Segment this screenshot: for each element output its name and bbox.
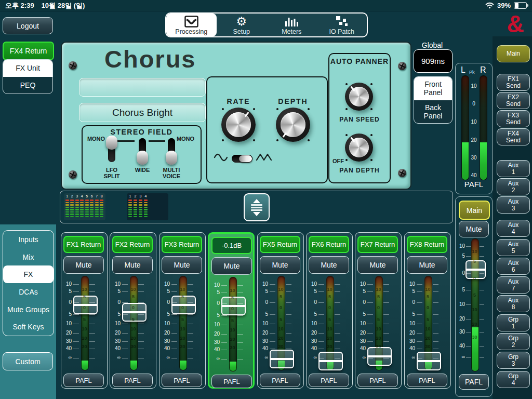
bank-tab-mix[interactable]: Mix xyxy=(3,248,54,266)
mix-select-aux-4[interactable]: Aux 4 xyxy=(497,220,530,237)
bank-tab-soft-keys[interactable]: Soft Keys xyxy=(3,318,54,336)
track-printed-value: 0 xyxy=(130,305,137,310)
pan-depth-knob[interactable] xyxy=(345,134,373,162)
bank-thumbnail-2[interactable]: 1234 xyxy=(127,193,168,220)
mix-select-aux-6[interactable]: Aux 6 xyxy=(497,258,530,275)
channel-mute-button[interactable]: Mute xyxy=(63,256,104,274)
scale-tick xyxy=(73,333,79,334)
channel-strip[interactable]: FX2 Return Mute PAFL 1050510203040∞10505… xyxy=(110,232,156,389)
mix-select-grp-2[interactable]: Grp 2 xyxy=(497,333,530,350)
channel-strip[interactable]: FX7 Return Mute PAFL 1050510203040∞10505… xyxy=(355,232,402,389)
lfo-shape-switch[interactable] xyxy=(232,155,252,163)
mix-select-aux-7[interactable]: Aux 7 xyxy=(497,276,530,294)
mix-select-aux-3[interactable]: Aux 3 xyxy=(497,196,530,214)
mix-select-main[interactable]: Main xyxy=(497,45,530,62)
channel-select-button[interactable]: FX5 Return xyxy=(260,236,300,253)
fx-preset-field[interactable]: Chorus Bright xyxy=(79,103,206,122)
channel-select-button[interactable]: FX1 Return xyxy=(63,236,104,253)
tab-processing[interactable]: Processing xyxy=(166,14,217,36)
mix-select-fx1-send[interactable]: FX1 Send xyxy=(497,74,530,91)
lfo-split-switch[interactable] xyxy=(105,136,118,165)
scale-tick xyxy=(270,349,275,349)
channel-pafl-button[interactable]: PAFL xyxy=(309,374,349,387)
channel-fader-cap[interactable] xyxy=(367,347,392,366)
tab-fx-unit[interactable]: FX Unit xyxy=(3,60,52,77)
wide-switch[interactable] xyxy=(136,136,149,165)
channel-select-button[interactable]: FX2 Return xyxy=(112,236,153,253)
tab-io-patch[interactable]: IO Patch xyxy=(317,14,367,36)
multi-voice-switch[interactable] xyxy=(165,136,178,165)
tab-meters[interactable]: Meters xyxy=(267,14,317,36)
channel-mute-button[interactable]: Mute xyxy=(112,256,153,274)
tab-peq[interactable]: PEQ xyxy=(3,77,52,94)
channel-pafl-button[interactable]: PAFL xyxy=(162,374,202,387)
depth-knob[interactable] xyxy=(276,108,310,142)
bank-tab-dcas[interactable]: DCAs xyxy=(3,283,54,301)
tab-front-panel[interactable]: Front Panel xyxy=(414,77,452,100)
track-printed-value: 0 xyxy=(471,276,478,281)
scale-tick xyxy=(367,333,373,334)
mix-select-fx4-send[interactable]: FX4 Send xyxy=(497,128,530,145)
channel-mute-button[interactable]: Mute xyxy=(260,256,300,274)
channel-strip[interactable]: FX1 Return Mute PAFL 1050510203040∞10505… xyxy=(61,232,108,389)
channel-strip[interactable]: -0.1dB Mute PAFL 1050510203040∞105051020… xyxy=(208,232,255,389)
channel-mute-button[interactable]: Mute xyxy=(407,256,447,274)
channel-mute-button[interactable]: Mute xyxy=(162,256,202,274)
divider xyxy=(117,140,135,142)
channel-fader-cap[interactable] xyxy=(417,352,441,370)
channel-strip[interactable]: FX6 Return Mute PAFL 1050510203040∞10505… xyxy=(306,232,353,389)
custom-layer-button[interactable]: Custom xyxy=(3,352,53,370)
scale-tick xyxy=(367,358,373,358)
channel-mute-button[interactable]: Mute xyxy=(309,256,349,274)
channel-select-button[interactable]: FX3 Return xyxy=(162,236,202,253)
bank-tab-mute-groups[interactable]: Mute Groups xyxy=(3,301,54,318)
channel-strip[interactable]: FX8 Return Mute PAFL 1050510203040∞10505… xyxy=(404,232,451,389)
channel-pafl-button[interactable]: PAFL xyxy=(407,374,447,387)
mix-select-aux-8[interactable]: Aux 8 xyxy=(497,295,530,312)
logout-button[interactable]: Logout xyxy=(3,17,53,34)
fx4-return-select-button[interactable]: FX4 Return xyxy=(3,42,54,60)
channel-pafl-button[interactable]: PAFL xyxy=(112,374,153,387)
scale-tick xyxy=(318,333,324,334)
global-tap-time-button[interactable]: 909ms xyxy=(414,49,453,73)
channel-select-button[interactable]: -0.1dB xyxy=(211,237,252,254)
lfo-shape-knob[interactable] xyxy=(239,155,252,162)
bank-scroll-handle[interactable] xyxy=(244,193,270,221)
mix-select-grp-3[interactable]: Grp 3 xyxy=(497,352,530,369)
fader-scale-label: 5 xyxy=(110,311,121,317)
track-printed-value: 30 xyxy=(375,344,382,349)
channel-select-button[interactable]: FX7 Return xyxy=(357,236,398,253)
wifi-icon xyxy=(485,2,494,9)
master-mute-button[interactable]: Mute xyxy=(459,221,489,237)
mix-select-fx2-send[interactable]: FX2 Send xyxy=(497,92,530,109)
bank-tab-inputs[interactable]: Inputs xyxy=(3,231,54,248)
channel-pafl-button[interactable]: PAFL xyxy=(211,375,252,388)
bank-tab-fx[interactable]: FX xyxy=(3,265,54,283)
channel-pafl-button[interactable]: PAFL xyxy=(357,374,398,387)
channel-select-button[interactable]: FX6 Return xyxy=(309,236,349,253)
pan-speed-knob[interactable] xyxy=(345,83,373,111)
channel-strip[interactable]: FX5 Return Mute PAFL 1050510203040∞10505… xyxy=(257,232,304,389)
mix-select-aux-2[interactable]: Aux 2 xyxy=(497,178,530,195)
bank-thumbnail-1[interactable]: 12345678 xyxy=(64,193,105,220)
scale-tick xyxy=(89,324,95,324)
channel-strip[interactable]: FX3 Return Mute PAFL 1050510203040∞10505… xyxy=(159,232,206,389)
channel-pafl-button[interactable]: PAFL xyxy=(63,374,104,387)
channel-pafl-button[interactable]: PAFL xyxy=(260,374,300,387)
channel-mute-button[interactable]: Mute xyxy=(357,256,398,274)
channel-fader-cap[interactable] xyxy=(270,350,294,368)
channel-fader-cap[interactable] xyxy=(318,352,343,370)
tab-back-panel[interactable]: Back Panel xyxy=(414,100,452,124)
mix-select-aux-5[interactable]: Aux 5 xyxy=(497,239,530,256)
mix-select-grp-4[interactable]: Grp 4 xyxy=(497,371,530,388)
channel-mute-button[interactable]: Mute xyxy=(211,257,252,275)
mix-select-grp-1[interactable]: Grp 1 xyxy=(497,314,530,331)
channel-select-button[interactable]: FX8 Return xyxy=(407,236,447,253)
master-pafl-button[interactable]: PAFL xyxy=(459,374,489,390)
master-select-button[interactable]: Main xyxy=(459,201,490,220)
tab-setup[interactable]: ⚙ Setup xyxy=(217,14,267,36)
rate-knob[interactable] xyxy=(221,108,256,142)
mix-select-fx3-send[interactable]: FX3 Send xyxy=(497,110,530,127)
fx-name-field[interactable] xyxy=(79,78,206,97)
mix-select-aux-1[interactable]: Aux 1 xyxy=(497,160,530,177)
